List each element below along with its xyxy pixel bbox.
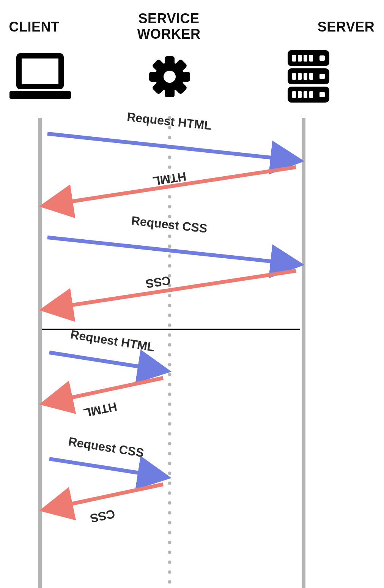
- arrow-a5: [49, 352, 163, 370]
- svg-rect-12: [292, 55, 296, 62]
- arrow-label-a6: HTML: [82, 400, 118, 420]
- sw-lifeline-dot: [168, 472, 172, 475]
- svg-rect-2: [9, 91, 71, 99]
- arrow-label-a7: Request CSS: [68, 435, 145, 460]
- sw-lifeline-dot: [168, 422, 172, 426]
- sw-lifeline-dot: [168, 304, 172, 307]
- diagram-stage: CLIENT SERVICE WORKER SERVER: [0, 0, 384, 588]
- sw-lifeline-dot: [168, 166, 172, 169]
- svg-rect-22: [292, 91, 296, 98]
- sw-lifeline-dot: [168, 324, 172, 327]
- sw-lifeline-dot: [168, 343, 172, 347]
- arrow-a6: [47, 378, 163, 403]
- sw-lifeline-dot: [168, 205, 172, 209]
- sw-lifeline-dot: [168, 482, 172, 485]
- sw-lifeline-dot: [168, 413, 172, 416]
- svg-rect-23: [298, 91, 302, 98]
- sw-lifeline-dot: [168, 442, 172, 446]
- arrow-a1: [47, 134, 296, 160]
- svg-rect-17: [292, 73, 296, 80]
- sw-lifeline-dot: [168, 521, 172, 525]
- sw-lifeline-dot: [168, 462, 172, 465]
- sw-lifeline-dot: [168, 373, 172, 376]
- sw-lifeline-dot: [168, 561, 172, 564]
- sw-lifeline-dot: [168, 156, 172, 159]
- sw-lifeline-dot: [168, 452, 172, 455]
- sw-lifeline-dot: [168, 294, 172, 297]
- sw-lifeline-dot: [168, 541, 172, 544]
- sw-lifeline-dot: [168, 314, 172, 317]
- svg-rect-16: [319, 55, 325, 61]
- arrow-a7: [49, 459, 163, 477]
- svg-rect-14: [304, 55, 307, 62]
- sw-lifeline-dot: [168, 363, 172, 367]
- sw-lifeline-dot: [168, 383, 172, 386]
- sw-lifeline-dot: [168, 264, 172, 268]
- sw-lifeline-dot: [168, 531, 172, 534]
- sw-lifeline-dot: [168, 432, 172, 436]
- sw-lifeline-dot: [168, 571, 172, 574]
- server-icon: [288, 50, 329, 103]
- svg-rect-25: [309, 91, 313, 98]
- svg-point-8: [164, 71, 176, 83]
- dynamic-layer: Request HTMLHTMLRequest CSSCSSRequest HT…: [40, 110, 304, 588]
- svg-rect-21: [319, 74, 325, 79]
- svg-rect-26: [319, 92, 325, 97]
- sw-lifeline-dot: [168, 254, 172, 258]
- sw-lifeline-dot: [168, 393, 172, 396]
- arrow-label-a5: Request HTML: [69, 327, 156, 354]
- sw-lifeline-dot: [168, 334, 172, 337]
- svg-rect-18: [298, 73, 302, 80]
- svg-rect-15: [309, 55, 313, 62]
- svg-rect-13: [298, 55, 302, 62]
- sw-lifeline-dot: [168, 245, 172, 248]
- sw-lifeline-dot: [168, 136, 172, 139]
- sw-lifeline-dot: [168, 492, 172, 495]
- sw-lifeline-dot: [168, 580, 172, 584]
- diagram-svg: Request HTMLHTMLRequest CSSCSSRequest HT…: [0, 0, 384, 588]
- sw-lifeline-dot: [168, 195, 172, 199]
- arrow-a4: [47, 271, 296, 309]
- svg-rect-1: [22, 58, 58, 84]
- sw-lifeline-dot: [168, 501, 172, 505]
- arrow-a8: [47, 484, 163, 509]
- svg-rect-20: [309, 73, 313, 80]
- arrow-label-a8: CSS: [89, 507, 116, 525]
- arrow-a3: [47, 237, 296, 264]
- arrow-label-a4: CSS: [145, 273, 171, 291]
- sw-lifeline-dot: [168, 511, 172, 515]
- laptop-icon: [9, 53, 71, 99]
- sw-lifeline-dot: [168, 403, 172, 406]
- sw-lifeline-dot: [168, 551, 172, 554]
- sw-lifeline-dot: [168, 235, 172, 238]
- svg-rect-24: [304, 91, 307, 98]
- sw-lifeline-dot: [168, 353, 172, 357]
- svg-rect-19: [304, 73, 307, 80]
- gear-icon: [149, 56, 190, 97]
